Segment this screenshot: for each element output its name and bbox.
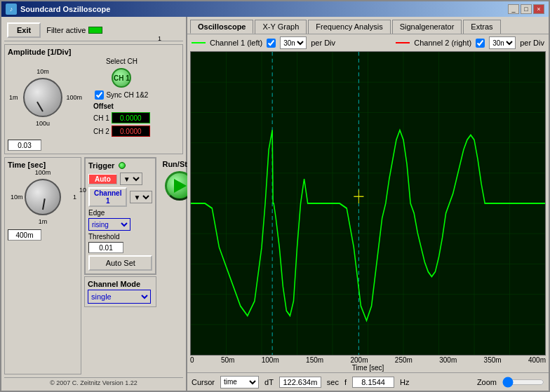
copyright-text: © 2007 C. Zeitnitz Version 1.22 [4,377,183,388]
ch1-visible-checkbox[interactable] [267,39,276,48]
sync-checkbox-row: Sync CH 1&2 [95,90,148,100]
trigger-section: Trigger Auto ▼ Channel 1 ▼ [84,157,156,275]
main-content: Exit Filter active Amplitude [1/Div] 10m… [1,17,549,391]
time-tick-300m: 300m [439,356,457,364]
auto-set-button[interactable]: Auto Set [88,255,152,271]
edge-row: rising falling [88,218,152,231]
scope-display[interactable] [190,51,546,356]
title-bar: ♪ Soundcard Oszilloscope _ □ × [1,1,549,17]
ch1-channel-label: Channel 1 (left) [210,39,262,47]
sync-label: Sync CH 1&2 [106,91,148,99]
time-knob-bottom-label: 1m [39,218,48,225]
scope-svg [191,52,545,355]
trigger-title: Trigger [88,161,114,170]
dt-label: dT [264,378,274,386]
dt-value: 122.634m [279,377,321,388]
time-tick-250m: 250m [395,356,412,364]
ch2-per-div-select[interactable]: 30m [489,36,516,49]
tab-xy-graph[interactable]: X-Y Graph [255,20,307,34]
channel-mode-label: Channel Mode [88,280,153,288]
time-value-input[interactable]: 400m [8,229,41,241]
trigger-channel-button[interactable]: Channel 1 [88,187,127,207]
amp-knob-left-label: 1m [9,94,18,101]
close-button[interactable]: × [533,4,544,14]
cursor-type-select[interactable]: time voltage [220,376,259,388]
trigger-channel-row: Channel 1 ▼ [88,187,152,207]
ch1-offset-prefix: CH 1 [93,114,109,122]
edge-select[interactable]: rising falling [88,218,130,231]
ch2-per-div-label: per Div [520,39,544,47]
trigger-mode-button[interactable]: Auto [88,174,117,184]
time-tick-50m: 50m [221,356,234,364]
ch1-indicator: CH 1 [112,68,131,88]
ch2-line-indicator [396,42,410,43]
amplitude-title: Amplitude [1/Div] [8,48,180,56]
channel-mode-section: Channel Mode single dual [84,276,156,307]
threshold-input[interactable] [88,242,123,253]
amp-knob-top-label: 10m [36,68,49,75]
threshold-label: Threshold [88,233,152,241]
ch1-per-div-select[interactable]: 30m [280,36,307,49]
time-knob[interactable] [25,179,61,215]
amplitude-knob[interactable] [23,78,62,117]
time-knob-far-right-label: 10 [79,187,86,194]
window-title: Soundcard Oszilloscope [20,5,110,13]
time-tick-350m: 350m [484,356,502,364]
tab-frequency-analysis[interactable]: Frequency Analysis [308,20,390,34]
time-knob-left-label: 10m [11,194,23,201]
time-knob-indicator [42,198,46,210]
main-window: ♪ Soundcard Oszilloscope _ □ × Exit Filt… [0,0,550,392]
time-axis-row: 0 50m 100m 150m 200m 250m 300m 350m 400m [187,356,549,364]
time-tick-200m: 200m [350,356,368,364]
time-axis-title: Time [sec] [187,364,549,372]
amplitude-value-input[interactable]: 0.03 [8,140,41,151]
channel-row: Channel 1 (left) 30m per Div Channel 2 (… [187,34,549,51]
exit-button[interactable]: Exit [7,22,41,38]
cursor-label: Cursor [192,378,215,386]
tab-extras[interactable]: Extras [463,20,500,34]
ch2-channel-label: Channel 2 (right) [414,39,471,47]
offset-label: Offset [93,102,150,110]
sync-checkbox[interactable] [95,90,104,100]
trigger-mode-select[interactable]: ▼ [120,173,142,185]
bottom-left: Time [sec] 100m 10m 1 1m 10 400m [4,157,183,377]
trigger-led [119,162,126,169]
edge-label: Edge [88,209,152,217]
filter-active-label: Filter active [46,26,86,34]
amplitude-knob-indicator [36,101,43,111]
top-controls: Exit Filter active [4,20,183,41]
time-section: Time [sec] 100m 10m 1 1m 10 400m [4,157,81,374]
f-label: f [344,378,347,386]
time-axis-labels: 0 50m 100m 150m 200m 250m 300m 350m 400m [190,356,546,364]
time-knob-top-label: 100m [35,169,51,176]
right-panel: Oscilloscope X-Y Graph Frequency Analysi… [187,17,549,391]
zoom-label: Zoom [477,378,497,386]
zoom-slider[interactable] [502,377,544,388]
minimize-button[interactable]: _ [508,4,519,14]
offset-area: Offset CH 1 CH 2 [93,102,150,137]
ch2-offset-input[interactable] [112,126,150,137]
amp-knob-right-label: 100m [66,94,82,101]
time-tick-0: 0 [190,356,194,364]
trigger-mode-row: Auto ▼ [88,173,152,185]
play-icon [174,179,187,193]
ch1-line-indicator [192,42,206,43]
channel-mode-select[interactable]: single dual [88,290,151,304]
f-value: 8.1544 [352,377,394,388]
hz-label: Hz [400,378,409,386]
threshold-row [88,242,152,253]
tab-signal-generator[interactable]: Signalgenerator [392,20,462,34]
time-title: Time [sec] [8,161,78,169]
maximize-button[interactable]: □ [521,4,532,14]
tab-oscilloscope[interactable]: Oscilloscope [190,20,253,34]
amplitude-section: Amplitude [1/Div] 10m 1m 100m 100u [4,44,183,154]
ch2-offset-prefix: CH 2 [93,128,109,135]
trigger-channel-select[interactable]: ▼ [130,191,152,203]
amp-1-label: 1 [158,35,161,42]
time-tick-400m: 400m [528,356,546,364]
ch2-visible-checkbox[interactable] [476,39,485,48]
left-panel: Exit Filter active Amplitude [1/Div] 10m… [1,17,187,391]
ch1-offset-input[interactable] [112,112,150,123]
ch2-offset-row: CH 2 [93,126,150,137]
cursor-row: Cursor time voltage dT 122.634m sec f 8.… [187,372,549,391]
